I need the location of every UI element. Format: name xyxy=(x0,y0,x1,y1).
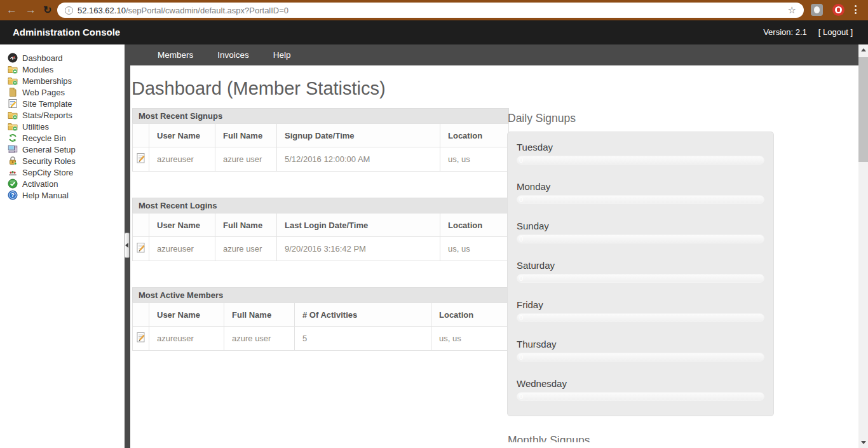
folder-plus-icon xyxy=(8,76,18,86)
sidebar-item-label: Stats/Reports xyxy=(22,111,72,120)
sidebar-item-general-setup[interactable]: General Setup xyxy=(0,144,125,155)
site-template-icon xyxy=(8,98,18,109)
column-header: Full Name xyxy=(215,124,277,147)
nav-item-help[interactable]: Help xyxy=(273,50,291,60)
forward-arrow-icon[interactable]: → xyxy=(25,3,36,18)
signup-progress-bar: 0 xyxy=(517,195,764,204)
nav-item-members[interactable]: Members xyxy=(158,50,193,60)
scroll-down-icon xyxy=(861,441,866,444)
daily-signups-panel: Tuesday0Monday0Sunday0Saturday0Friday0Th… xyxy=(507,132,774,416)
sidebar-item-label: Modules xyxy=(22,65,53,74)
edit-cell[interactable] xyxy=(133,147,149,172)
table-cell: us, us xyxy=(431,327,509,351)
column-header xyxy=(133,303,149,327)
sidebar-item-web-pages[interactable]: Web Pages xyxy=(0,86,125,98)
section-most-recent-signups: Most Recent Signups User NameFull NameSi… xyxy=(132,108,509,172)
sidebar-item-label: SepCity Store xyxy=(22,168,73,177)
column-header: Signup Date/Time xyxy=(277,124,440,147)
section-most-active-members: Most Active Members User NameFull Name# … xyxy=(132,287,509,351)
page-title: Dashboard (Member Statistics) xyxy=(132,78,386,99)
column-header: User Name xyxy=(149,214,215,237)
signup-progress-bar: 0 xyxy=(517,234,764,243)
table-header-row: User NameFull Name# Of ActivitiesLocatio… xyxy=(133,303,509,327)
scroll-up-icon xyxy=(861,48,866,51)
scroll-down-button[interactable] xyxy=(858,437,868,448)
folder-plus-icon xyxy=(8,121,18,132)
url-text[interactable]: 52.163.62.10/sepPortal/cwadmin/default.a… xyxy=(78,6,288,15)
bottom-clip xyxy=(130,442,858,448)
section-most-recent-logins: Most Recent Logins User NameFull NameLas… xyxy=(132,198,509,261)
sidebar-item-sepcity-store[interactable]: SepCity Store xyxy=(0,166,125,178)
scroll-up-button[interactable] xyxy=(858,44,868,55)
vertical-scrollbar[interactable] xyxy=(858,44,868,448)
column-header: Location xyxy=(440,124,509,147)
edit-cell[interactable] xyxy=(133,327,149,351)
signup-progress-bar: 0 xyxy=(517,392,764,401)
nav-item-invoices[interactable]: Invoices xyxy=(217,50,249,60)
sidebar-item-help-manual[interactable]: ?Help Manual xyxy=(0,189,125,201)
folder-plus-icon xyxy=(8,110,18,120)
adblock-extension-icon[interactable] xyxy=(832,4,844,16)
edit-icon xyxy=(135,242,147,254)
sidebar-item-site-template[interactable]: Site Template xyxy=(0,98,125,109)
column-header: Full Name xyxy=(215,214,277,237)
main-content: Dashboard (Member Statistics) Most Recen… xyxy=(130,65,858,448)
help-circle-icon: ? xyxy=(8,190,18,200)
page-info-icon[interactable]: i xyxy=(65,6,73,15)
sidebar-item-stats-reports[interactable]: Stats/Reports xyxy=(0,109,125,121)
url-host: 52.163.62.10 xyxy=(78,6,126,15)
sidebar-item-label: Memberships xyxy=(22,76,72,86)
dashboard-icon xyxy=(8,53,18,63)
table-cell: azure user xyxy=(224,327,295,351)
table-cell: azureuser xyxy=(149,147,215,172)
admin-title-bar: Administration Console Version: 2.1 [ Lo… xyxy=(0,20,868,44)
app-title: Administration Console xyxy=(13,20,120,44)
browser-chrome: ← → ↻ i 52.163.62.10/sepPortal/cwadmin/d… xyxy=(0,0,868,20)
day-label: Sunday xyxy=(517,221,764,231)
address-bar[interactable]: i 52.163.62.10/sepPortal/cwadmin/default… xyxy=(57,3,804,18)
sidebar-item-dashboard[interactable]: Dashboard xyxy=(0,52,125,64)
column-header: User Name xyxy=(149,124,215,147)
scrollbar-thumb[interactable] xyxy=(858,57,868,162)
day-label: Saturday xyxy=(517,260,764,271)
sidebar-collapse-handle[interactable] xyxy=(125,233,130,258)
store-icon xyxy=(8,167,18,177)
sidebar-item-activation[interactable]: Activation xyxy=(0,178,125,189)
table-header-row: User NameFull NameLast Login Date/TimeLo… xyxy=(133,214,509,237)
sidebar-item-label: Recycle Bin xyxy=(22,133,66,143)
daily-signup-group-sunday: Sunday0 xyxy=(517,221,764,243)
sidebar-item-security-roles[interactable]: Security Roles xyxy=(0,155,125,166)
check-circle-icon xyxy=(8,179,18,189)
column-header: Full Name xyxy=(224,303,295,327)
table-row: azureuserazure user5us, us xyxy=(133,327,509,351)
daily-signup-group-thursday: Thursday0 xyxy=(517,339,764,362)
logout-link[interactable]: [ Logout ] xyxy=(818,20,853,44)
column-header: # Of Activities xyxy=(295,303,431,327)
gray-extension-icon[interactable] xyxy=(811,4,823,16)
section-title: Most Recent Logins xyxy=(132,198,509,213)
sidebar-item-label: Utilities xyxy=(22,122,49,132)
sidebar-item-recycle-bin[interactable]: Recycle Bin xyxy=(0,132,125,144)
sidebar-item-memberships[interactable]: Memberships xyxy=(0,75,125,86)
day-label: Wednesday xyxy=(517,378,764,389)
edit-icon xyxy=(135,332,147,343)
section-title: Most Recent Signups xyxy=(132,108,509,123)
reload-icon[interactable]: ↻ xyxy=(43,3,51,18)
signup-progress-bar: 0 xyxy=(517,313,764,322)
sidebar-item-label: Dashboard xyxy=(22,53,63,63)
edit-cell[interactable] xyxy=(133,237,149,261)
computer-icon xyxy=(8,144,18,154)
section-title: Most Active Members xyxy=(132,287,509,302)
chrome-menu-icon[interactable] xyxy=(855,5,857,16)
sidebar-item-label: Web Pages xyxy=(22,88,65,97)
back-arrow-icon[interactable]: ← xyxy=(6,3,17,18)
folder-plus-icon xyxy=(8,64,18,74)
sidebar-item-label: Help Manual xyxy=(22,191,69,200)
sidebar-item-utilities[interactable]: Utilities xyxy=(0,121,125,132)
sidebar-item-modules[interactable]: Modules xyxy=(0,64,125,75)
table-cell: azureuser xyxy=(149,327,224,351)
day-label: Friday xyxy=(517,299,764,310)
bookmark-star-icon[interactable]: ☆ xyxy=(788,4,796,16)
svg-text:?: ? xyxy=(11,191,15,198)
table-cell: 9/20/2016 3:16:42 PM xyxy=(277,237,440,261)
